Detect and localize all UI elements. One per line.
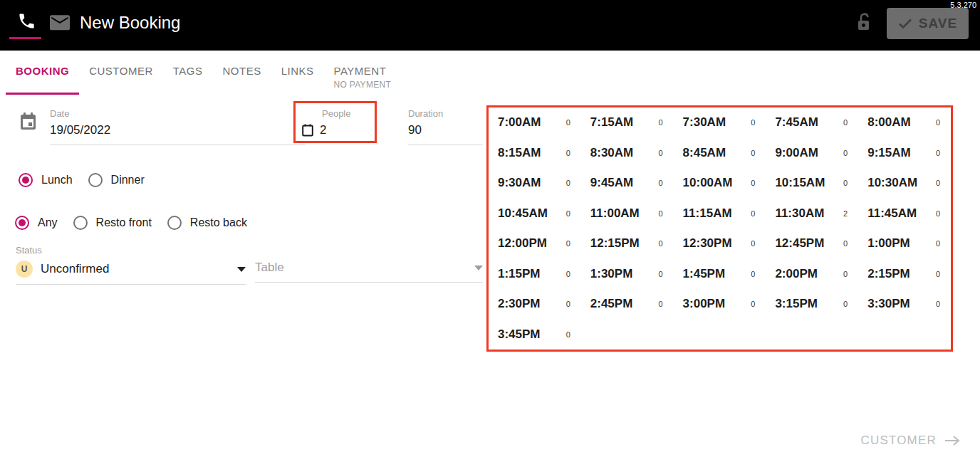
time-slot[interactable]: 12:15PM0 [581,228,674,259]
time-slot-time: 10:45AM [498,206,548,221]
time-slot[interactable]: 7:45AM0 [766,107,858,138]
time-slot-count: 0 [751,209,755,218]
time-slot[interactable]: 11:30AM2 [766,199,858,229]
time-slot[interactable]: 1:00PM0 [858,228,951,259]
time-slot[interactable]: 10:15AM0 [766,168,858,199]
time-slot-time: 1:15PM [498,267,541,281]
duration-value[interactable]: 90 [408,123,483,145]
time-slot[interactable]: 11:45AM0 [858,199,951,229]
unlock-icon[interactable] [854,11,873,37]
time-slot[interactable]: 11:00AM0 [581,199,674,229]
time-slot-time: 7:00AM [498,115,541,130]
save-button[interactable]: SAVE [887,8,969,39]
time-slot[interactable]: 8:00AM0 [858,107,951,138]
radio-lunch[interactable]: Lunch [19,173,73,187]
time-slot-time: 2:45PM [590,297,633,311]
time-slot[interactable]: 9:30AM0 [489,168,581,199]
date-value[interactable]: 19/05/2022 [50,123,305,145]
tab-links[interactable]: LINKS [271,51,324,95]
tab-label: BOOKING [16,65,69,77]
table-select[interactable]: Table [255,261,483,283]
time-slot-count: 0 [843,118,848,127]
people-value[interactable]: 2 [320,123,326,137]
phone-icon[interactable] [17,11,37,31]
time-slot[interactable]: 8:45AM0 [674,138,766,169]
time-slot[interactable]: 1:15PM0 [489,259,581,290]
people-field[interactable]: People 2 [302,108,368,137]
time-slot[interactable]: 3:15PM0 [766,289,858,320]
status-label: Status [16,245,246,256]
radio-resto-back[interactable]: Resto back [167,216,247,230]
email-icon[interactable] [50,15,70,35]
duration-field[interactable]: Duration 90 [408,108,483,145]
time-slot-time: 10:15AM [775,176,825,190]
time-slot[interactable]: 2:15PM0 [858,259,951,290]
radio-any[interactable]: Any [15,216,58,230]
people-label: People [322,108,368,119]
time-slot[interactable]: 1:45PM0 [674,259,766,290]
tab-tags[interactable]: TAGS [163,51,213,95]
time-slot-time: 2:15PM [867,267,910,281]
tab-notes[interactable]: NOTES [212,51,271,95]
time-slot-count: 0 [751,118,755,127]
time-slot-time: 10:00AM [683,176,733,190]
time-slot-time: 11:15AM [683,206,732,221]
time-slot[interactable]: 9:45AM0 [581,168,674,199]
arrow-right-icon [944,435,960,446]
time-slot[interactable]: 10:30AM0 [858,168,951,199]
area-radio-group: Any Resto front Resto back [15,216,247,230]
status-select[interactable]: Status U Unconfirmed [16,245,246,285]
time-slot[interactable]: 12:00PM0 [489,228,581,259]
tab-payment[interactable]: PAYMENT NO PAYMENT [324,51,402,95]
time-slot[interactable]: 3:45PM0 [489,320,581,350]
time-slot-time: 3:30PM [867,297,910,311]
time-slot[interactable]: 1:30PM0 [581,259,674,290]
time-slot[interactable]: 8:15AM0 [489,138,581,169]
time-slot[interactable]: 10:45AM0 [489,199,581,229]
tab-customer[interactable]: CUSTOMER [79,51,163,95]
time-slot[interactable]: 10:00AM0 [674,168,766,199]
date-field[interactable]: Date 19/05/2022 [50,108,305,145]
time-slot[interactable]: 12:30PM0 [674,228,766,259]
status-value: Unconfirmed [41,262,109,276]
time-slot[interactable]: 7:30AM0 [674,107,766,138]
time-slot-time: 10:30AM [867,176,917,190]
time-slot-count: 0 [566,209,570,218]
time-slot-time: 12:45PM [775,236,824,251]
time-slot[interactable]: 9:15AM0 [858,138,951,169]
customer-next-button[interactable]: CUSTOMER [860,434,960,448]
tab-label: CUSTOMER [89,65,153,77]
time-slot-count: 0 [658,270,662,278]
time-slot-count: 0 [566,149,570,157]
time-slot[interactable]: 12:45PM0 [766,228,858,259]
time-slot-time: 1:30PM [590,267,633,281]
radio-resto-front[interactable]: Resto front [73,216,152,230]
time-slot[interactable]: 8:30AM0 [581,138,674,169]
chevron-down-icon [474,266,483,270]
time-slot[interactable]: 3:30PM0 [858,289,951,320]
radio-circle [73,216,88,230]
time-slot[interactable]: 7:15AM0 [581,107,674,138]
radio-dinner[interactable]: Dinner [88,173,145,187]
time-slot[interactable]: 2:00PM0 [766,259,858,290]
booking-tabbar: BOOKING CUSTOMER TAGS NOTES LINKS PAYMEN… [0,51,980,95]
time-slot-count: 0 [936,209,940,218]
time-slot[interactable]: 9:00AM0 [766,138,858,169]
save-button-label: SAVE [919,16,957,31]
tab-booking[interactable]: BOOKING [6,51,79,95]
time-slot-count: 0 [843,179,848,187]
time-slot[interactable]: 2:45PM0 [581,289,674,320]
time-slot-time: 1:00PM [867,236,910,251]
time-slot-count: 2 [843,209,848,218]
phone-tab-indicator [9,37,41,39]
time-slot[interactable]: 7:00AM0 [489,107,581,138]
time-slot-count: 0 [936,118,940,127]
payment-status-sublabel: NO PAYMENT [334,80,392,90]
time-slot-count: 0 [658,209,662,218]
time-slot[interactable]: 2:30PM0 [489,289,581,320]
time-slot[interactable]: 11:15AM0 [674,199,766,229]
timeslot-grid-highlight: 7:00AM0 7:15AM0 7:30AM0 7:45AM0 8:00AM0 … [486,105,953,352]
check-icon [898,18,912,29]
time-slot[interactable]: 3:00PM0 [674,289,766,320]
time-slot-time: 7:15AM [590,115,633,130]
